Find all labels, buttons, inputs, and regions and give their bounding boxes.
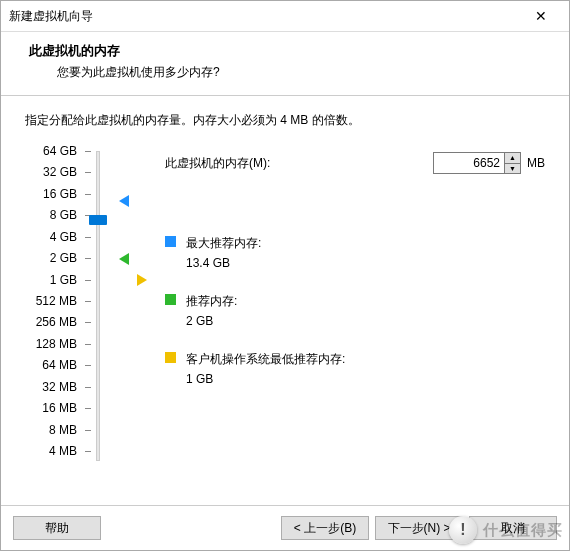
- slider-tick-mark: [85, 387, 91, 388]
- memory-value-row: 此虚拟机的内存(M): ▲ ▼ MB: [165, 151, 545, 175]
- slider-tick-label: 8 GB: [27, 209, 77, 221]
- slider-tick-label: 4 MB: [27, 445, 77, 457]
- min-recommended-block: 客户机操作系统最低推荐内存: 1 GB: [165, 349, 545, 389]
- slider-tick-label: 64 GB: [27, 145, 77, 157]
- slider-tick-mark: [85, 451, 91, 452]
- max-recommended-label: 最大推荐内存:: [186, 233, 261, 253]
- memory-slider[interactable]: 64 GB32 GB16 GB8 GB4 GB2 GB1 GB512 MB256…: [25, 151, 125, 461]
- spin-down-icon[interactable]: ▼: [505, 164, 520, 174]
- slider-tick-label: 4 GB: [27, 231, 77, 243]
- slider-tick-mark: [85, 322, 91, 323]
- slider-track: [96, 151, 100, 461]
- slider-tick-mark: [85, 430, 91, 431]
- slider-tick-mark: [85, 151, 91, 152]
- slider-tick-label: 256 MB: [27, 316, 77, 328]
- square-icon: [165, 236, 176, 247]
- spinner-buttons: ▲ ▼: [505, 152, 521, 174]
- slider-tick-mark: [85, 344, 91, 345]
- memory-config-row: 64 GB32 GB16 GB8 GB4 GB2 GB1 GB512 MB256…: [25, 151, 545, 461]
- slider-tick-label: 1 GB: [27, 274, 77, 286]
- marker-max-icon: [119, 195, 129, 207]
- window-title: 新建虚拟机向导: [9, 8, 521, 25]
- memory-input[interactable]: [433, 152, 505, 174]
- titlebar: 新建虚拟机向导 ✕: [1, 1, 569, 32]
- slider-tick-mark: [85, 172, 91, 173]
- page-subtitle: 您要为此虚拟机使用多少内存?: [29, 64, 541, 81]
- slider-tick-mark: [85, 301, 91, 302]
- next-button[interactable]: 下一步(N) >: [375, 516, 463, 540]
- recommended-value: 2 GB: [186, 311, 237, 331]
- slider-tick-label: 16 GB: [27, 188, 77, 200]
- back-button[interactable]: < 上一步(B): [281, 516, 369, 540]
- page-title: 此虚拟机的内存: [29, 42, 541, 60]
- min-recommended-value: 1 GB: [186, 369, 345, 389]
- marker-recommended-icon: [119, 253, 129, 265]
- slider-handle[interactable]: [89, 215, 107, 225]
- slider-tick-label: 64 MB: [27, 359, 77, 371]
- wizard-body: 指定分配给此虚拟机的内存量。内存大小必须为 4 MB 的倍数。 64 GB32 …: [1, 96, 569, 505]
- slider-tick-mark: [85, 194, 91, 195]
- recommended-block: 推荐内存: 2 GB: [165, 291, 545, 331]
- close-icon[interactable]: ✕: [521, 8, 561, 24]
- marker-min-icon: [137, 274, 147, 286]
- slider-tick-label: 32 MB: [27, 381, 77, 393]
- slider-tick-label: 32 GB: [27, 166, 77, 178]
- square-icon: [165, 294, 176, 305]
- memory-unit: MB: [527, 156, 545, 170]
- wizard-footer: 帮助 < 上一步(B) 下一步(N) > 取消: [1, 505, 569, 550]
- max-recommended-block: 最大推荐内存: 13.4 GB: [165, 233, 545, 273]
- slider-tick-mark: [85, 258, 91, 259]
- slider-tick-label: 512 MB: [27, 295, 77, 307]
- max-recommended-value: 13.4 GB: [186, 253, 261, 273]
- square-icon: [165, 352, 176, 363]
- slider-tick-label: 8 MB: [27, 424, 77, 436]
- wizard-window: 新建虚拟机向导 ✕ 此虚拟机的内存 您要为此虚拟机使用多少内存? 指定分配给此虚…: [0, 0, 570, 551]
- slider-tick-mark: [85, 237, 91, 238]
- slider-tick-mark: [85, 408, 91, 409]
- memory-info: 此虚拟机的内存(M): ▲ ▼ MB 最大推荐内存:: [125, 151, 545, 461]
- memory-label: 此虚拟机的内存(M):: [165, 155, 433, 172]
- wizard-header: 此虚拟机的内存 您要为此虚拟机使用多少内存?: [1, 32, 569, 96]
- slider-tick-label: 16 MB: [27, 402, 77, 414]
- slider-tick-label: 128 MB: [27, 338, 77, 350]
- min-recommended-label: 客户机操作系统最低推荐内存:: [186, 349, 345, 369]
- slider-tick-mark: [85, 365, 91, 366]
- slider-tick-mark: [85, 280, 91, 281]
- memory-spinner: ▲ ▼: [433, 152, 521, 174]
- spin-up-icon[interactable]: ▲: [505, 153, 520, 164]
- help-button[interactable]: 帮助: [13, 516, 101, 540]
- slider-tick-label: 2 GB: [27, 252, 77, 264]
- instruction-text: 指定分配给此虚拟机的内存量。内存大小必须为 4 MB 的倍数。: [25, 112, 545, 129]
- recommended-label: 推荐内存:: [186, 291, 237, 311]
- cancel-button[interactable]: 取消: [469, 516, 557, 540]
